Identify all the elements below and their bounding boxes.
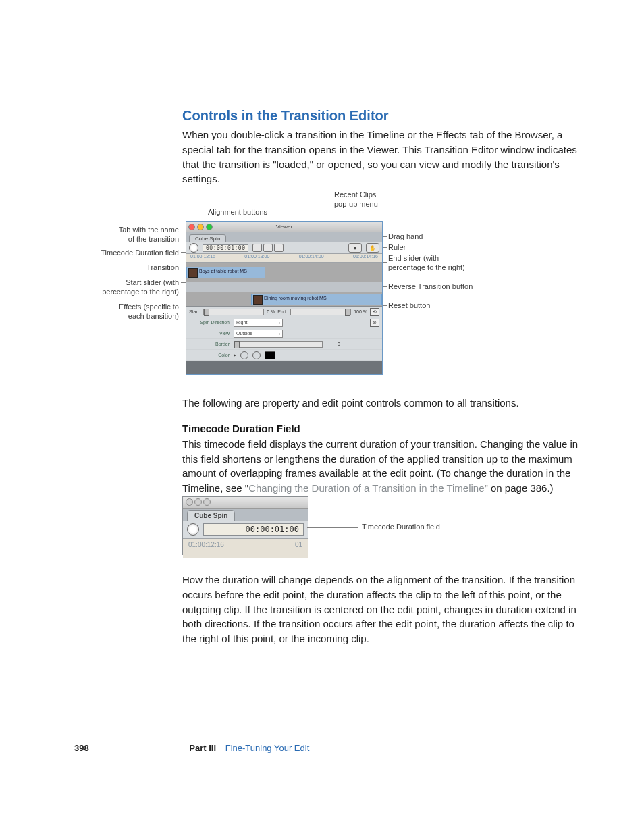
param-spin-select[interactable]: Right <box>234 319 283 327</box>
intro-paragraph: When you double-click a transition in th… <box>182 128 581 186</box>
part-label: Part III <box>189 743 216 753</box>
timecode-duration-field[interactable]: 00:00:01:00 <box>203 523 304 536</box>
section-heading: Controls in the Transition Editor <box>182 108 581 124</box>
param-spin-label: Spin Direction <box>189 320 230 325</box>
ruler-tick: 01:00:13:00 <box>244 254 269 262</box>
alignment-buttons[interactable] <box>252 244 284 252</box>
timecode-clock-icon <box>187 523 199 536</box>
timecode-paragraph-2: How the duration will change depends on … <box>182 573 581 646</box>
link-change-duration[interactable]: Changing the Duration of a Transition in… <box>248 482 484 494</box>
param-border-label: Border <box>189 342 230 346</box>
param-view-select[interactable]: Outside <box>234 330 283 338</box>
timecode-clock-icon <box>189 243 198 253</box>
end-slider-label: End: <box>277 309 287 314</box>
param-border-slider[interactable] <box>234 341 323 348</box>
transition-editor-figure: Alignment buttons Recent Clips pop-up me… <box>74 188 506 384</box>
callout-drag-hand: Drag hand <box>388 232 423 242</box>
callout-timecode-duration-field: Timecode Duration field <box>74 249 179 258</box>
color-eyedropper-icon[interactable] <box>240 351 248 359</box>
callout-tab-name: Tab with the name of the transition <box>74 226 179 244</box>
callout-reset-button: Reset button <box>388 301 430 311</box>
window-traffic-lights[interactable] <box>186 498 212 507</box>
subhead-timecode: Timecode Duration Field <box>182 423 581 434</box>
viewer-title: Viewer <box>276 224 292 230</box>
end-slider-pct: 100 % <box>354 309 367 314</box>
callout-effects-params: Effects (specific to each transition) <box>74 303 179 321</box>
param-color-label: Color <box>189 353 230 357</box>
incoming-clip[interactable]: Dining room moving robot MS <box>251 294 382 305</box>
transition-tab[interactable]: Cube Spin <box>189 234 226 242</box>
callout-end-slider: End slider (with percentage to the right… <box>388 254 465 273</box>
drag-hand-icon[interactable]: ✋ <box>366 243 379 253</box>
reverse-transition-button[interactable]: ⟲ <box>370 308 379 316</box>
callout-recent-clips: Recent Clips pop-up menu <box>334 190 378 209</box>
ruler: 01:00:12:16 01 <box>183 539 308 558</box>
part-title: Fine-Tuning Your Edit <box>225 743 310 753</box>
left-margin-rule <box>90 0 90 797</box>
timecode-paragraph-1: This timecode field displays the current… <box>182 437 581 496</box>
window-traffic-lights[interactable] <box>188 224 213 230</box>
start-slider-pct: 0 % <box>267 309 275 314</box>
ruler[interactable]: 01:00:12:16 01:00:13:00 01:00:14:00 01:0… <box>186 254 382 263</box>
callout-start-slider: Start slider (with percentage to the rig… <box>74 278 179 297</box>
callout-reverse-button: Reverse Transition button <box>388 282 473 292</box>
transition-track[interactable] <box>186 282 382 292</box>
param-view-label: View <box>189 331 230 336</box>
outgoing-clip-track: Boys at table robot MS <box>186 263 382 282</box>
timecode-field-closeup: Cube Spin 00:00:01:00 01:00:12:16 01 <box>182 496 308 555</box>
ruler-tick: 01:00:14:00 <box>299 254 324 262</box>
page-footer: 398 Part III Fine-Tuning Your Edit <box>74 743 309 753</box>
ruler-tick: 01:00:12:16 <box>190 254 215 262</box>
callout-alignment-buttons: Alignment buttons <box>208 208 267 217</box>
timecode-duration-field[interactable]: 00:00:01:00 <box>203 244 248 252</box>
outgoing-clip[interactable]: Boys at table robot MS <box>186 267 265 278</box>
ruler-tick: 01:00:14:16 <box>353 254 378 262</box>
following-paragraph: The following are property and edit poin… <box>182 396 581 411</box>
transition-tab[interactable]: Cube Spin <box>187 510 235 521</box>
start-slider[interactable] <box>203 309 264 315</box>
callout-transition-strip: Transition <box>74 263 179 273</box>
reset-button[interactable]: ⊗ <box>370 319 379 327</box>
param-border-value[interactable]: 0 <box>327 342 340 346</box>
end-slider[interactable] <box>290 309 351 315</box>
page-number: 398 <box>74 743 89 753</box>
callout-ruler: Ruler <box>388 243 406 253</box>
color-hsl-icon[interactable] <box>252 351 261 359</box>
color-swatch[interactable] <box>265 351 275 359</box>
callout-timecode-duration-field: Timecode Duration field <box>362 523 440 532</box>
start-slider-label: Start: <box>189 309 200 314</box>
recent-clips-popup[interactable]: ▾ <box>348 243 362 253</box>
incoming-clip-track: Dining room moving robot MS <box>186 292 382 307</box>
viewer-empty-area <box>186 361 382 375</box>
viewer-window: Viewer Cube Spin 00:00:01:00 ▾ ✋ 01:00:1… <box>186 221 383 375</box>
